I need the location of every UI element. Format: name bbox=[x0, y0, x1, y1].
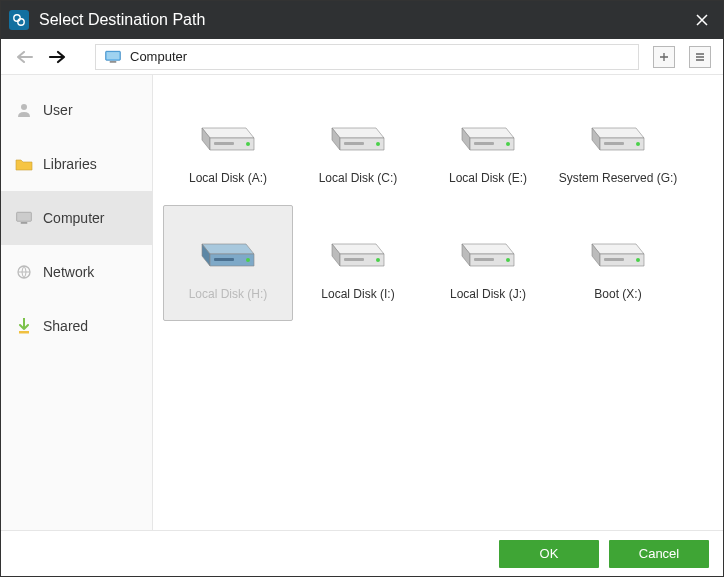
drive-icon bbox=[586, 226, 650, 277]
svg-point-33 bbox=[246, 258, 250, 262]
svg-rect-3 bbox=[106, 52, 119, 59]
svg-rect-44 bbox=[474, 258, 494, 261]
svg-rect-19 bbox=[344, 142, 364, 145]
close-button[interactable] bbox=[687, 5, 717, 35]
drive-icon bbox=[456, 110, 520, 161]
svg-rect-6 bbox=[17, 212, 32, 221]
disk-item[interactable]: System Reserved (G:) bbox=[553, 89, 683, 205]
svg-rect-29 bbox=[604, 142, 624, 145]
svg-rect-7 bbox=[21, 222, 28, 224]
disk-item[interactable]: Local Disk (I:) bbox=[293, 205, 423, 321]
svg-marker-45 bbox=[592, 244, 644, 254]
list-view-button[interactable] bbox=[689, 46, 711, 68]
drive-icon bbox=[196, 110, 260, 161]
computer-icon bbox=[104, 50, 122, 64]
svg-rect-24 bbox=[474, 142, 494, 145]
svg-point-18 bbox=[376, 142, 380, 146]
footer: OK Cancel bbox=[1, 530, 723, 576]
app-icon bbox=[9, 10, 29, 30]
forward-button[interactable] bbox=[45, 45, 69, 69]
svg-marker-10 bbox=[202, 128, 254, 138]
svg-rect-9 bbox=[19, 331, 29, 334]
dialog-title: Select Destination Path bbox=[39, 11, 687, 29]
main-area: User Libraries Computer Network bbox=[1, 75, 723, 530]
svg-point-13 bbox=[246, 142, 250, 146]
sidebar-item-label: Computer bbox=[43, 210, 104, 226]
disk-label: Local Disk (J:) bbox=[450, 287, 526, 301]
disk-item[interactable]: Local Disk (A:) bbox=[163, 89, 293, 205]
disk-label: Local Disk (E:) bbox=[449, 171, 527, 185]
svg-marker-15 bbox=[332, 128, 384, 138]
svg-marker-35 bbox=[332, 244, 384, 254]
svg-point-1 bbox=[18, 19, 24, 25]
disk-item[interactable]: Local Disk (E:) bbox=[423, 89, 553, 205]
sidebar-item-user[interactable]: User bbox=[1, 83, 152, 137]
plus-icon bbox=[658, 51, 670, 63]
disk-label: Boot (X:) bbox=[594, 287, 641, 301]
disk-label: Local Disk (A:) bbox=[189, 171, 267, 185]
sidebar: User Libraries Computer Network bbox=[1, 75, 153, 530]
list-icon bbox=[694, 51, 706, 63]
user-icon bbox=[15, 101, 33, 119]
location-text: Computer bbox=[130, 49, 187, 64]
disk-item[interactable]: Local Disk (C:) bbox=[293, 89, 423, 205]
new-folder-button[interactable] bbox=[653, 46, 675, 68]
svg-point-5 bbox=[21, 104, 27, 110]
drive-icon bbox=[196, 226, 260, 277]
svg-point-28 bbox=[636, 142, 640, 146]
drive-icon bbox=[586, 110, 650, 161]
shared-icon bbox=[15, 317, 33, 335]
svg-marker-30 bbox=[202, 244, 254, 254]
drive-icon bbox=[456, 226, 520, 277]
computer-icon bbox=[15, 209, 33, 227]
svg-rect-14 bbox=[214, 142, 234, 145]
svg-rect-39 bbox=[344, 258, 364, 261]
cancel-button[interactable]: Cancel bbox=[609, 540, 709, 568]
drive-icon bbox=[326, 226, 390, 277]
disk-item[interactable]: Boot (X:) bbox=[553, 205, 683, 321]
svg-point-0 bbox=[14, 15, 20, 21]
content-pane: Local Disk (A:) Local Disk (C:) Local Di… bbox=[153, 75, 723, 530]
disk-label: Local Disk (C:) bbox=[319, 171, 398, 185]
location-bar[interactable]: Computer bbox=[95, 44, 639, 70]
svg-marker-20 bbox=[462, 128, 514, 138]
toolbar: Computer bbox=[1, 39, 723, 75]
sidebar-item-label: Shared bbox=[43, 318, 88, 334]
drive-icon bbox=[326, 110, 390, 161]
dialog-window: Select Destination Path Computer bbox=[0, 0, 724, 577]
svg-marker-25 bbox=[592, 128, 644, 138]
titlebar: Select Destination Path bbox=[1, 1, 723, 39]
arrow-right-icon bbox=[48, 50, 66, 64]
sidebar-item-label: Network bbox=[43, 264, 94, 280]
sidebar-item-computer[interactable]: Computer bbox=[1, 191, 152, 245]
svg-point-23 bbox=[506, 142, 510, 146]
svg-point-43 bbox=[506, 258, 510, 262]
disk-label: System Reserved (G:) bbox=[559, 171, 678, 185]
sidebar-item-label: Libraries bbox=[43, 156, 97, 172]
disk-label: Local Disk (I:) bbox=[321, 287, 394, 301]
disk-item[interactable]: Local Disk (H:) bbox=[163, 205, 293, 321]
disk-label: Local Disk (H:) bbox=[189, 287, 268, 301]
libraries-icon bbox=[15, 155, 33, 173]
close-icon bbox=[696, 14, 708, 26]
sidebar-item-network[interactable]: Network bbox=[1, 245, 152, 299]
svg-rect-34 bbox=[214, 258, 234, 261]
svg-marker-40 bbox=[462, 244, 514, 254]
svg-point-48 bbox=[636, 258, 640, 262]
svg-rect-4 bbox=[110, 61, 117, 63]
svg-rect-49 bbox=[604, 258, 624, 261]
sidebar-item-shared[interactable]: Shared bbox=[1, 299, 152, 353]
back-button[interactable] bbox=[13, 45, 37, 69]
ok-button[interactable]: OK bbox=[499, 540, 599, 568]
sidebar-item-label: User bbox=[43, 102, 73, 118]
disk-item[interactable]: Local Disk (J:) bbox=[423, 205, 553, 321]
network-icon bbox=[15, 263, 33, 281]
sidebar-item-libraries[interactable]: Libraries bbox=[1, 137, 152, 191]
arrow-left-icon bbox=[16, 50, 34, 64]
svg-point-38 bbox=[376, 258, 380, 262]
